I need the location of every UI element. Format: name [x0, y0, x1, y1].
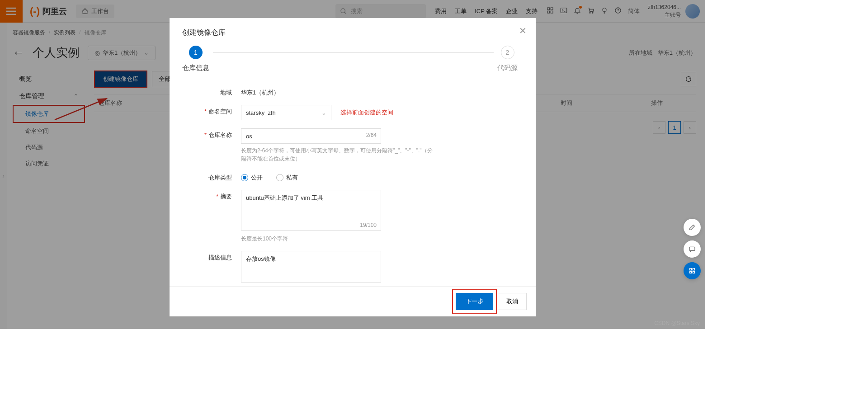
namespace-select[interactable]: starsky_zfh ⌄: [241, 105, 331, 120]
label-region: 地域: [182, 86, 241, 97]
annotation-text: 选择前面创建的空间: [340, 108, 393, 117]
radio-public[interactable]: 公开: [241, 174, 263, 182]
summary-hint: 长度最长100个字符: [241, 235, 435, 243]
cancel-button[interactable]: 取消: [498, 293, 527, 310]
repo-name-count: 2/64: [366, 132, 377, 138]
modal-footer: 下一步 取消: [170, 286, 536, 316]
label-repo-type: 仓库类型: [182, 171, 241, 182]
repo-name-input[interactable]: [241, 128, 381, 144]
label-repo-name: *仓库名称: [182, 128, 241, 139]
grid-float-button[interactable]: [684, 262, 701, 279]
steps: 1 仓库信息 2 代码源: [182, 46, 518, 72]
svg-rect-17: [693, 268, 694, 270]
description-textarea[interactable]: [241, 251, 381, 283]
float-buttons: [684, 219, 701, 279]
step-2: 2 代码源: [497, 46, 518, 72]
edit-float-button[interactable]: [684, 219, 701, 236]
watermark: CSDN @Stars.Sky: [654, 320, 700, 326]
chat-float-button[interactable]: [684, 240, 701, 258]
svg-rect-19: [693, 271, 694, 273]
value-region: 华东1（杭州）: [241, 86, 435, 97]
summary-count: 19/100: [360, 222, 377, 228]
svg-rect-18: [690, 271, 692, 273]
svg-rect-16: [690, 268, 692, 270]
label-summary: *摘要: [182, 190, 241, 201]
modal-title: 创建镜像仓库: [170, 18, 536, 46]
svg-rect-15: [689, 247, 695, 250]
label-namespace: *命名空间: [182, 105, 241, 116]
radio-private[interactable]: 私有: [276, 174, 298, 182]
create-repo-modal: ✕ 创建镜像仓库 1 仓库信息 2 代码源 地域 华东1（杭州） *命名空间: [170, 18, 536, 316]
modal-overlay[interactable]: ✕ 创建镜像仓库 1 仓库信息 2 代码源 地域 华东1（杭州） *命名空间: [0, 0, 705, 329]
next-button[interactable]: 下一步: [456, 293, 493, 310]
label-description: 描述信息: [182, 251, 241, 262]
chevron-down-icon: ⌄: [321, 109, 326, 116]
step-1: 1 仓库信息: [182, 46, 209, 72]
close-icon[interactable]: ✕: [519, 25, 527, 36]
repo-name-hint: 长度为2-64个字符，可使用小写英文字母、数字，可使用分隔符"_"、"-"、".…: [241, 146, 435, 163]
